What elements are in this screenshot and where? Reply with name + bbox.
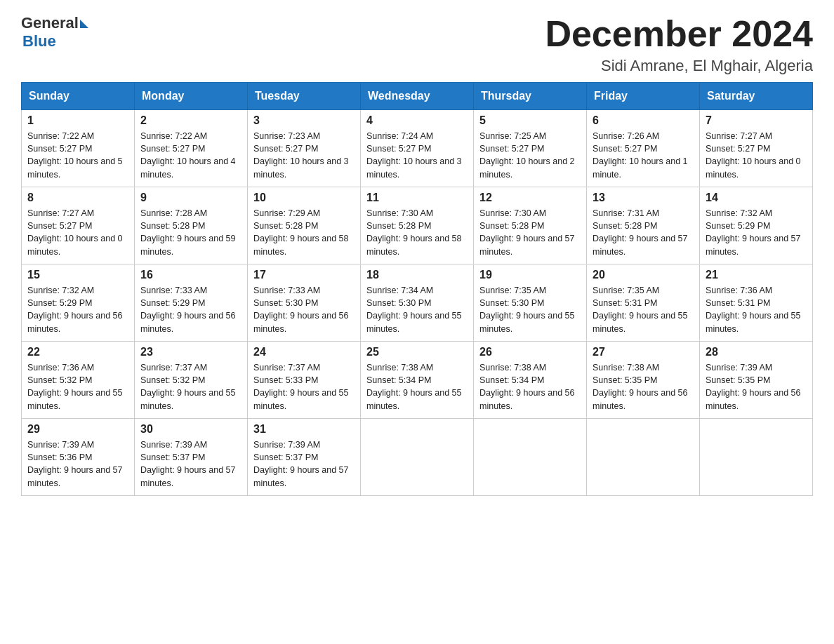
calendar-cell: 9Sunrise: 7:28 AMSunset: 5:28 PMDaylight…	[135, 187, 248, 264]
calendar-cell: 5Sunrise: 7:25 AMSunset: 5:27 PMDaylight…	[474, 110, 587, 187]
day-info: Sunrise: 7:38 AMSunset: 5:34 PMDaylight:…	[479, 363, 575, 410]
calendar-cell: 25Sunrise: 7:38 AMSunset: 5:34 PMDayligh…	[361, 342, 474, 419]
day-number: 20	[593, 269, 694, 281]
calendar-cell: 3Sunrise: 7:23 AMSunset: 5:27 PMDaylight…	[248, 110, 361, 187]
calendar-header-thursday: Thursday	[474, 83, 587, 110]
calendar-cell: 23Sunrise: 7:37 AMSunset: 5:32 PMDayligh…	[135, 342, 248, 419]
day-number: 3	[253, 114, 355, 127]
calendar-header-wednesday: Wednesday	[361, 83, 474, 110]
day-number: 23	[140, 346, 241, 358]
day-number: 30	[140, 423, 241, 436]
day-info: Sunrise: 7:34 AMSunset: 5:30 PMDaylight:…	[366, 286, 462, 333]
day-number: 12	[479, 192, 581, 204]
day-info: Sunrise: 7:39 AMSunset: 5:36 PMDaylight:…	[27, 440, 123, 488]
day-info: Sunrise: 7:35 AMSunset: 5:31 PMDaylight:…	[593, 286, 688, 333]
day-number: 19	[479, 269, 581, 281]
calendar-week-row: 8Sunrise: 7:27 AMSunset: 5:27 PMDaylight…	[22, 187, 813, 264]
day-number: 22	[27, 346, 128, 358]
calendar-header-friday: Friday	[587, 83, 700, 110]
day-info: Sunrise: 7:39 AMSunset: 5:37 PMDaylight:…	[140, 440, 236, 488]
day-info: Sunrise: 7:32 AMSunset: 5:29 PMDaylight:…	[27, 286, 123, 333]
day-info: Sunrise: 7:27 AMSunset: 5:27 PMDaylight:…	[706, 131, 801, 179]
day-number: 14	[706, 192, 807, 204]
day-number: 1	[27, 114, 128, 127]
calendar-cell: 8Sunrise: 7:27 AMSunset: 5:27 PMDaylight…	[22, 187, 135, 264]
day-number: 7	[706, 114, 807, 127]
calendar-header-saturday: Saturday	[700, 83, 813, 110]
day-info: Sunrise: 7:38 AMSunset: 5:34 PMDaylight:…	[366, 363, 462, 410]
calendar-cell	[700, 419, 813, 496]
day-number: 4	[366, 114, 468, 127]
calendar-week-row: 1Sunrise: 7:22 AMSunset: 5:27 PMDaylight…	[22, 110, 813, 187]
calendar-cell: 20Sunrise: 7:35 AMSunset: 5:31 PMDayligh…	[587, 264, 700, 342]
day-info: Sunrise: 7:25 AMSunset: 5:27 PMDaylight:…	[479, 131, 575, 179]
day-number: 26	[479, 346, 581, 358]
calendar-week-row: 15Sunrise: 7:32 AMSunset: 5:29 PMDayligh…	[22, 264, 813, 342]
day-number: 9	[140, 192, 241, 204]
calendar-cell: 12Sunrise: 7:30 AMSunset: 5:28 PMDayligh…	[474, 187, 587, 264]
day-number: 15	[27, 269, 128, 281]
calendar-header-row: SundayMondayTuesdayWednesdayThursdayFrid…	[22, 83, 813, 110]
calendar-cell: 19Sunrise: 7:35 AMSunset: 5:30 PMDayligh…	[474, 264, 587, 342]
calendar-cell: 29Sunrise: 7:39 AMSunset: 5:36 PMDayligh…	[22, 419, 135, 496]
calendar-cell: 26Sunrise: 7:38 AMSunset: 5:34 PMDayligh…	[474, 342, 587, 419]
day-info: Sunrise: 7:38 AMSunset: 5:35 PMDaylight:…	[593, 363, 688, 410]
day-number: 11	[366, 192, 468, 204]
day-number: 24	[253, 346, 355, 358]
calendar-week-row: 22Sunrise: 7:36 AMSunset: 5:32 PMDayligh…	[22, 342, 813, 419]
day-info: Sunrise: 7:33 AMSunset: 5:29 PMDaylight:…	[140, 286, 236, 333]
calendar-cell: 27Sunrise: 7:38 AMSunset: 5:35 PMDayligh…	[587, 342, 700, 419]
day-number: 21	[706, 269, 807, 281]
calendar-cell: 21Sunrise: 7:36 AMSunset: 5:31 PMDayligh…	[700, 264, 813, 342]
day-info: Sunrise: 7:22 AMSunset: 5:27 PMDaylight:…	[140, 131, 236, 179]
day-info: Sunrise: 7:29 AMSunset: 5:28 PMDaylight:…	[253, 208, 349, 256]
calendar-cell: 16Sunrise: 7:33 AMSunset: 5:29 PMDayligh…	[135, 264, 248, 342]
calendar-cell: 22Sunrise: 7:36 AMSunset: 5:32 PMDayligh…	[22, 342, 135, 419]
day-number: 31	[253, 423, 355, 436]
calendar-cell: 7Sunrise: 7:27 AMSunset: 5:27 PMDaylight…	[700, 110, 813, 187]
location-subtitle: Sidi Amrane, El Mghair, Algeria	[545, 57, 813, 75]
calendar-cell: 24Sunrise: 7:37 AMSunset: 5:33 PMDayligh…	[248, 342, 361, 419]
calendar-cell: 6Sunrise: 7:26 AMSunset: 5:27 PMDaylight…	[587, 110, 700, 187]
logo-general-text: General	[21, 14, 79, 32]
day-info: Sunrise: 7:32 AMSunset: 5:29 PMDaylight:…	[706, 208, 801, 256]
calendar-week-row: 29Sunrise: 7:39 AMSunset: 5:36 PMDayligh…	[22, 419, 813, 496]
calendar-header-tuesday: Tuesday	[248, 83, 361, 110]
calendar-cell	[587, 419, 700, 496]
day-number: 25	[366, 346, 468, 358]
day-info: Sunrise: 7:22 AMSunset: 5:27 PMDaylight:…	[27, 131, 123, 179]
day-info: Sunrise: 7:28 AMSunset: 5:28 PMDaylight:…	[140, 208, 236, 256]
day-number: 29	[27, 423, 128, 436]
calendar-cell: 18Sunrise: 7:34 AMSunset: 5:30 PMDayligh…	[361, 264, 474, 342]
day-number: 17	[253, 269, 355, 281]
day-number: 27	[593, 346, 694, 358]
calendar-cell: 31Sunrise: 7:39 AMSunset: 5:37 PMDayligh…	[248, 419, 361, 496]
day-info: Sunrise: 7:37 AMSunset: 5:33 PMDaylight:…	[253, 363, 349, 410]
calendar-cell: 11Sunrise: 7:30 AMSunset: 5:28 PMDayligh…	[361, 187, 474, 264]
calendar-cell: 1Sunrise: 7:22 AMSunset: 5:27 PMDaylight…	[22, 110, 135, 187]
day-info: Sunrise: 7:36 AMSunset: 5:31 PMDaylight:…	[706, 286, 801, 333]
day-info: Sunrise: 7:23 AMSunset: 5:27 PMDaylight:…	[253, 131, 349, 179]
day-info: Sunrise: 7:39 AMSunset: 5:35 PMDaylight:…	[706, 363, 801, 410]
calendar-cell: 17Sunrise: 7:33 AMSunset: 5:30 PMDayligh…	[248, 264, 361, 342]
title-section: December 2024 Sidi Amrane, El Mghair, Al…	[545, 14, 813, 75]
day-info: Sunrise: 7:37 AMSunset: 5:32 PMDaylight:…	[140, 363, 236, 410]
page-header: General Blue December 2024 Sidi Amrane, …	[21, 14, 813, 75]
day-number: 18	[366, 269, 468, 281]
calendar-cell: 30Sunrise: 7:39 AMSunset: 5:37 PMDayligh…	[135, 419, 248, 496]
calendar-cell	[361, 419, 474, 496]
day-info: Sunrise: 7:30 AMSunset: 5:28 PMDaylight:…	[479, 208, 575, 256]
calendar-cell	[474, 419, 587, 496]
calendar-cell: 15Sunrise: 7:32 AMSunset: 5:29 PMDayligh…	[22, 264, 135, 342]
calendar-header-monday: Monday	[135, 83, 248, 110]
day-info: Sunrise: 7:35 AMSunset: 5:30 PMDaylight:…	[479, 286, 575, 333]
day-number: 10	[253, 192, 355, 204]
day-number: 2	[140, 114, 241, 127]
calendar-cell: 2Sunrise: 7:22 AMSunset: 5:27 PMDaylight…	[135, 110, 248, 187]
day-info: Sunrise: 7:26 AMSunset: 5:27 PMDaylight:…	[593, 131, 688, 179]
calendar-header-sunday: Sunday	[22, 83, 135, 110]
day-number: 28	[706, 346, 807, 358]
calendar-cell: 4Sunrise: 7:24 AMSunset: 5:27 PMDaylight…	[361, 110, 474, 187]
day-info: Sunrise: 7:31 AMSunset: 5:28 PMDaylight:…	[593, 208, 688, 256]
calendar-cell: 14Sunrise: 7:32 AMSunset: 5:29 PMDayligh…	[700, 187, 813, 264]
